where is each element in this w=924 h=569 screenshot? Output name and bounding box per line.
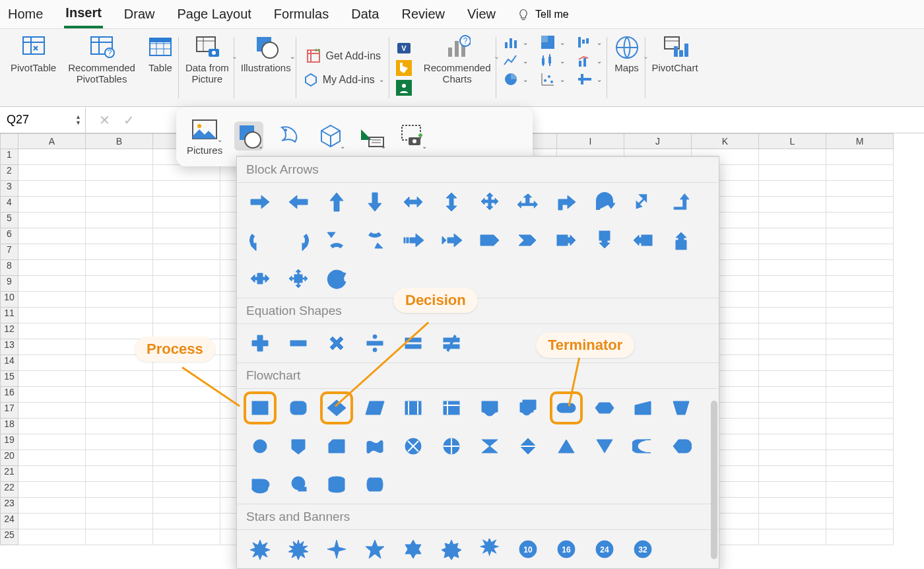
multiply-shape[interactable] bbox=[325, 332, 348, 354]
cell[interactable] bbox=[826, 228, 894, 244]
hierarchy-chart-button[interactable]: ⌄ bbox=[540, 34, 565, 50]
up-down-arrow-shape[interactable] bbox=[440, 191, 463, 213]
cell[interactable] bbox=[826, 450, 894, 466]
cell[interactable] bbox=[153, 450, 220, 466]
cell[interactable] bbox=[826, 292, 894, 308]
cell[interactable] bbox=[86, 529, 153, 545]
10-point-star-shape[interactable]: 10 bbox=[517, 538, 539, 560]
striped-right-arrow-shape[interactable] bbox=[402, 229, 424, 251]
cell[interactable] bbox=[759, 292, 826, 308]
cell[interactable] bbox=[153, 308, 220, 323]
data-from-picture-button[interactable]: ⌄ Data from Picture bbox=[185, 34, 229, 84]
cell[interactable] bbox=[826, 165, 894, 181]
row-header[interactable]: 16 bbox=[0, 387, 18, 403]
cell[interactable] bbox=[826, 514, 894, 529]
cell[interactable] bbox=[86, 228, 153, 244]
explosion1-shape[interactable] bbox=[249, 538, 271, 560]
cell[interactable] bbox=[759, 276, 826, 292]
cell[interactable] bbox=[86, 149, 153, 165]
chevron-arrow-shape[interactable] bbox=[517, 229, 539, 251]
quad-arrow-shape[interactable] bbox=[478, 191, 501, 213]
cell[interactable] bbox=[18, 276, 86, 292]
row-header[interactable]: 10 bbox=[0, 292, 18, 308]
cell[interactable] bbox=[153, 529, 220, 545]
pivottable-button[interactable]: PivotTable bbox=[11, 34, 56, 73]
cell[interactable] bbox=[826, 181, 894, 197]
row-header[interactable]: 6 bbox=[0, 228, 18, 244]
smartart-button[interactable]: ⌄ bbox=[357, 121, 386, 150]
right-arrow-shape[interactable] bbox=[249, 191, 271, 213]
up-arrow-callout-shape[interactable] bbox=[670, 229, 692, 251]
left-right-arrow-shape[interactable] bbox=[402, 191, 424, 213]
row-header[interactable]: 5 bbox=[0, 213, 18, 228]
cell[interactable] bbox=[153, 197, 220, 213]
my-addins-button[interactable]: My Add-ins ⌄ bbox=[303, 72, 384, 88]
cell[interactable] bbox=[826, 276, 894, 292]
pie-chart-button[interactable]: ⌄ bbox=[503, 71, 528, 87]
down-arrow-callout-shape[interactable] bbox=[593, 229, 616, 251]
uturn-arrow-shape[interactable] bbox=[593, 191, 616, 213]
row-header[interactable]: 14 bbox=[0, 355, 18, 371]
illustrations-button[interactable]: ⌄ Illustrations bbox=[241, 34, 291, 73]
8-point-star-shape[interactable] bbox=[478, 538, 501, 560]
scatter-chart-button[interactable]: ⌄ bbox=[540, 71, 565, 87]
cell[interactable] bbox=[18, 387, 86, 403]
cell[interactable] bbox=[759, 213, 826, 228]
tab-view[interactable]: View bbox=[466, 1, 497, 27]
row-header[interactable]: 9 bbox=[0, 276, 18, 292]
cell[interactable] bbox=[18, 450, 86, 466]
flowchart-punched-tape-shape[interactable] bbox=[364, 435, 386, 457]
pictures-button[interactable]: ⌄ Pictures bbox=[187, 115, 222, 156]
cell[interactable] bbox=[86, 418, 153, 434]
cell[interactable] bbox=[759, 339, 826, 355]
cell[interactable] bbox=[153, 260, 220, 276]
circular-arrow-shape[interactable] bbox=[325, 267, 348, 290]
4-point-star-shape[interactable] bbox=[325, 538, 348, 560]
7-point-star-shape[interactable] bbox=[440, 538, 463, 560]
enter-formula-icon[interactable]: ✓ bbox=[123, 112, 135, 128]
cell[interactable] bbox=[18, 197, 86, 213]
cell[interactable] bbox=[18, 403, 86, 418]
cell[interactable] bbox=[86, 482, 153, 498]
flowchart-terminator-shape[interactable] bbox=[555, 397, 578, 419]
cell[interactable] bbox=[153, 466, 220, 482]
pivotchart-button[interactable]: PivotChart bbox=[652, 34, 698, 73]
row-header[interactable]: 11 bbox=[0, 308, 18, 323]
3d-models-button[interactable]: ⌄ bbox=[316, 121, 345, 150]
cell[interactable] bbox=[18, 466, 86, 482]
cell[interactable] bbox=[153, 514, 220, 529]
get-addins-button[interactable]: Get Add-ins bbox=[306, 48, 381, 64]
cell[interactable] bbox=[86, 498, 153, 514]
left-arrow-shape[interactable] bbox=[287, 191, 310, 213]
tell-me[interactable]: Tell me bbox=[517, 8, 569, 21]
tab-formulas[interactable]: Formulas bbox=[273, 1, 330, 27]
row-header[interactable]: 2 bbox=[0, 165, 18, 181]
row-header[interactable]: 4 bbox=[0, 197, 18, 213]
cell[interactable] bbox=[153, 418, 220, 434]
cell[interactable] bbox=[153, 213, 220, 228]
screenshot-button[interactable]: ⌄ bbox=[398, 121, 427, 150]
cell[interactable] bbox=[153, 292, 220, 308]
left-arrow-callout-shape[interactable] bbox=[632, 229, 654, 251]
flowchart-document-shape[interactable] bbox=[478, 397, 501, 419]
name-box[interactable]: Q27 ▲▼ bbox=[0, 108, 86, 133]
flowchart-delay-shape[interactable] bbox=[249, 473, 271, 496]
cell[interactable] bbox=[759, 260, 826, 276]
flowchart-manual-operation-shape[interactable] bbox=[670, 397, 692, 419]
row-header[interactable]: 13 bbox=[0, 339, 18, 355]
curved-left-arrow-shape[interactable] bbox=[287, 229, 310, 251]
row-header[interactable]: 20 bbox=[0, 450, 18, 466]
scrollbar[interactable] bbox=[711, 401, 717, 559]
plus-shape[interactable] bbox=[249, 332, 271, 354]
quad-arrow-callout-shape[interactable] bbox=[287, 267, 310, 290]
flowchart-sort-shape[interactable] bbox=[517, 435, 539, 457]
row-header[interactable]: 7 bbox=[0, 244, 18, 260]
cell[interactable] bbox=[18, 181, 86, 197]
cell[interactable] bbox=[759, 197, 826, 213]
left-right-arrow-callout-shape[interactable] bbox=[249, 267, 271, 290]
column-header[interactable]: J bbox=[624, 133, 692, 149]
row-header[interactable]: 8 bbox=[0, 260, 18, 276]
flowchart-stored-data-shape[interactable] bbox=[632, 435, 654, 457]
cell[interactable] bbox=[759, 482, 826, 498]
cell[interactable] bbox=[826, 466, 894, 482]
